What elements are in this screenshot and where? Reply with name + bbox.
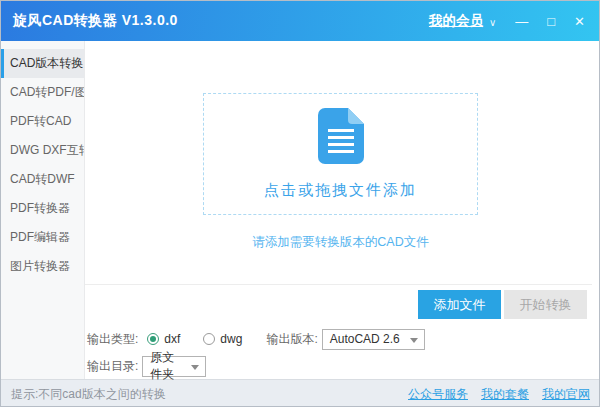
chevron-down-icon <box>191 365 199 370</box>
link-my-package[interactable]: 我的套餐 <box>481 386 529 403</box>
sidebar-item-pdf-editor[interactable]: PDF编辑器 <box>1 223 84 252</box>
radio-dxf-label[interactable]: dxf <box>164 332 180 346</box>
section-divider <box>85 284 592 285</box>
chevron-down-icon[interactable]: ∨ <box>489 17 496 28</box>
maximize-icon[interactable]: □ <box>547 15 555 28</box>
document-icon <box>318 108 364 168</box>
sidebar: CAD版本转换 CAD转PDF/图片 PDF转CAD DWG DXF互转 CAD… <box>1 41 85 379</box>
status-bar: 提示:不同cad版本之间的转换 公众号服务 我的套餐 我的官网 <box>1 379 599 407</box>
status-links: 公众号服务 我的套餐 我的官网 <box>408 386 590 403</box>
output-type-row: 输出类型: dxf dwg 输出版本: AutoCAD 2.6 <box>87 328 425 350</box>
output-dir-row: 输出目录: 原文件夹 <box>87 355 206 377</box>
app-window: 旋风CAD转换器 V1.3.0.0 我的会员 ∨ — □ ✕ CAD版本转换 C… <box>0 0 600 407</box>
minimize-icon[interactable]: — <box>515 15 528 28</box>
add-file-button[interactable]: 添加文件 <box>418 290 501 319</box>
output-dir-select[interactable]: 原文件夹 <box>142 356 206 377</box>
window-body: CAD版本转换 CAD转PDF/图片 PDF转CAD DWG DXF互转 CAD… <box>1 41 599 379</box>
chevron-down-icon <box>410 338 418 343</box>
output-version-value: AutoCAD 2.6 <box>330 332 400 346</box>
titlebar: 旋风CAD转换器 V1.3.0.0 我的会员 ∨ — □ ✕ <box>1 1 599 41</box>
link-my-website[interactable]: 我的官网 <box>542 386 590 403</box>
sidebar-item-pdf-converter[interactable]: PDF转换器 <box>1 194 84 223</box>
status-tip: 提示:不同cad版本之间的转换 <box>11 386 166 403</box>
output-version-label: 输出版本: <box>266 331 317 348</box>
file-dropzone[interactable]: 点击或拖拽文件添加 <box>203 93 478 215</box>
sidebar-item-cad-to-dwf[interactable]: CAD转DWF <box>1 165 84 194</box>
sidebar-item-cad-to-pdf-image[interactable]: CAD转PDF/图片 <box>1 78 84 107</box>
radio-dxf[interactable] <box>147 333 159 345</box>
main-panel: 点击或拖拽文件添加 请添加需要转换版本的CAD文件 添加文件 开始转换 输出类型… <box>85 41 599 379</box>
sidebar-item-pdf-to-cad[interactable]: PDF转CAD <box>1 107 84 136</box>
output-type-label: 输出类型: <box>87 331 138 348</box>
link-wechat-service[interactable]: 公众号服务 <box>408 386 468 403</box>
start-convert-button[interactable]: 开始转换 <box>504 290 587 319</box>
sidebar-item-cad-version-convert[interactable]: CAD版本转换 <box>1 49 84 78</box>
sidebar-item-image-converter[interactable]: 图片转换器 <box>1 252 84 281</box>
sidebar-item-dwg-dxf-convert[interactable]: DWG DXF互转 <box>1 136 84 165</box>
radio-dwg-label[interactable]: dwg <box>220 332 242 346</box>
my-member-link[interactable]: 我的会员 <box>429 12 483 30</box>
output-dir-label: 输出目录: <box>87 358 138 375</box>
app-title: 旋风CAD转换器 V1.3.0.0 <box>13 12 178 30</box>
close-icon[interactable]: ✕ <box>574 15 585 28</box>
output-version-select[interactable]: AutoCAD 2.6 <box>322 329 425 350</box>
add-files-hint: 请添加需要转换版本的CAD文件 <box>203 234 478 251</box>
output-dir-value: 原文件夹 <box>150 349 183 383</box>
dropzone-label: 点击或拖拽文件添加 <box>264 181 417 200</box>
radio-dwg[interactable] <box>203 333 215 345</box>
titlebar-controls: 我的会员 ∨ — □ ✕ <box>429 12 585 30</box>
